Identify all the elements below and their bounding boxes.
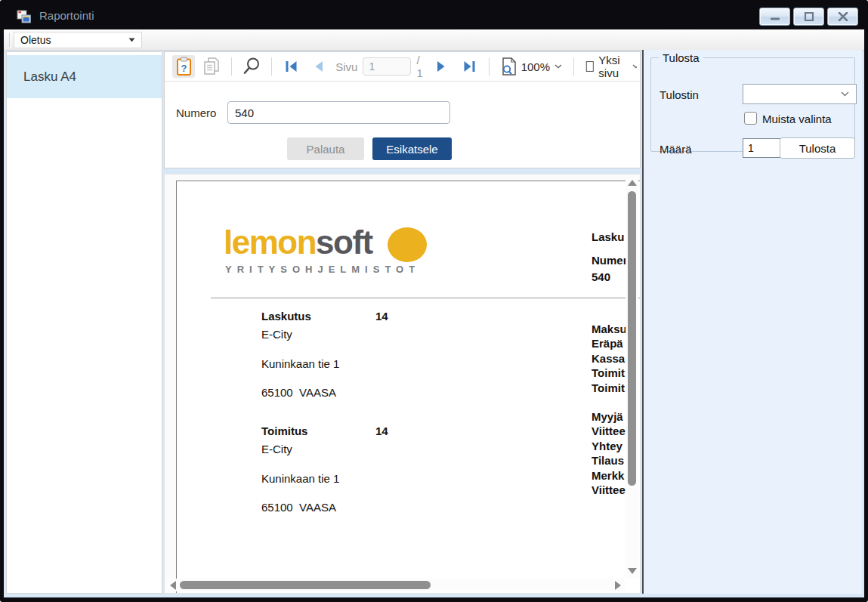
- report-preview-area: lemonsoft YRITYSOHJELMISTOT Lasku Numero…: [164, 174, 641, 594]
- logo-subtitle: YRITYSOHJELMISTOT: [225, 264, 420, 275]
- sidebar-item-lasku-a4[interactable]: Lasku A4: [7, 55, 162, 98]
- billing-name: E-City: [261, 328, 292, 341]
- magnifier-icon: [242, 57, 261, 76]
- titlebar: Raportointi: [2, 2, 866, 29]
- billing-street: Kuninkaan tie 1: [261, 357, 339, 370]
- horizontal-scroll-thumb[interactable]: [180, 581, 431, 589]
- report-parameters-panel: ?: [164, 51, 641, 168]
- report-selector-combobox[interactable]: Oletus: [14, 32, 142, 48]
- printer-combobox[interactable]: [743, 84, 857, 104]
- page-label: Sivu: [335, 60, 357, 73]
- remember-selection-label: Muista valinta: [762, 113, 832, 125]
- toolstrip: Oletus: [4, 29, 864, 51]
- minimize-icon: [770, 12, 780, 21]
- scroll-up-arrow-icon[interactable]: [628, 180, 637, 186]
- invoice-terms-labels: Maksu Eräpä Kassa Toimit Toimit: [592, 322, 627, 395]
- maximize-icon: [804, 12, 814, 21]
- chevron-down-icon: [554, 64, 562, 69]
- vertical-scroll-thumb[interactable]: [628, 191, 636, 486]
- report-page: lemonsoft YRITYSOHJELMISTOT Lasku Numero…: [176, 181, 641, 594]
- header-divider: [211, 298, 641, 298]
- previous-page-icon: [314, 60, 324, 73]
- minimize-button[interactable]: [759, 8, 790, 26]
- page-zoom-icon: [501, 57, 517, 76]
- zoom-dropdown[interactable]: 100%: [498, 57, 565, 76]
- toolstrip-grip: [9, 33, 11, 47]
- delivery-code: 14: [375, 424, 388, 437]
- delivery-street: Kuninkaan tie 1: [261, 472, 339, 485]
- first-page-button[interactable]: [280, 55, 302, 78]
- report-selector-value: Oletus: [20, 34, 51, 46]
- search-button[interactable]: [240, 55, 263, 78]
- preview-button[interactable]: Esikatsele: [372, 137, 452, 160]
- print-group-label: Tulosta: [659, 51, 703, 64]
- next-page-button[interactable]: [430, 55, 453, 78]
- print-button[interactable]: Tulosta: [780, 137, 855, 159]
- zoom-value: 100%: [521, 60, 550, 73]
- toolbar-separator: [231, 57, 232, 76]
- last-page-button[interactable]: [458, 55, 480, 78]
- app-window: Raportointi Oletus Lasku A4: [0, 0, 868, 602]
- single-page-icon: [585, 57, 595, 76]
- logo-ellipse-icon: [388, 227, 427, 262]
- sidebar-item-label: Lasku A4: [23, 69, 76, 85]
- close-button[interactable]: [827, 8, 858, 26]
- delivery-title: Toimitus: [261, 424, 307, 437]
- horizontal-scrollbar[interactable]: [166, 579, 625, 591]
- first-page-icon: [284, 60, 298, 73]
- print-panel: Tulosta Tulostin Muista valinta Määrä Tu…: [644, 50, 862, 594]
- delivery-name: E-City: [261, 443, 292, 455]
- toolbar-separator: [489, 57, 490, 76]
- invoice-number-value: 540: [592, 270, 610, 283]
- seller-reference-labels: Myyjä Viittee Yhtey Tilaus Merkk Viittee: [592, 409, 626, 497]
- combo-arrow-icon: [128, 38, 135, 42]
- page-number-input[interactable]: [363, 57, 411, 76]
- app-icon: [17, 9, 32, 24]
- report-list-sidebar: Lasku A4: [6, 51, 162, 594]
- scroll-down-arrow-icon[interactable]: [628, 568, 637, 574]
- previous-page-button[interactable]: [307, 55, 330, 78]
- next-page-icon: [436, 60, 446, 73]
- close-icon: [838, 12, 848, 21]
- toolbar-separator: [573, 57, 574, 76]
- billing-code: 14: [375, 310, 388, 323]
- reset-button[interactable]: Palauta: [287, 137, 364, 160]
- toolbar-separator: [271, 57, 272, 76]
- chevron-down-icon: [841, 91, 849, 97]
- window-title: Raportointi: [39, 9, 94, 22]
- remember-selection-checkbox[interactable]: [744, 112, 757, 125]
- billing-city: 65100 VAASA: [261, 386, 336, 399]
- vertical-scrollbar[interactable]: [626, 176, 638, 578]
- clipboard-question-icon: ?: [176, 57, 192, 76]
- print-groupbox: Tulosta Tulostin Muista valinta Määrä Tu…: [650, 57, 855, 152]
- page-layout-value: Yksi sivu: [598, 54, 627, 79]
- lemonsoft-logo: lemonsoft: [224, 224, 372, 261]
- scroll-right-arrow-icon[interactable]: [615, 581, 621, 590]
- quantity-label: Määrä: [659, 143, 692, 156]
- invoice-type-label: Lasku: [592, 230, 624, 243]
- printer-label: Tulostin: [659, 88, 699, 101]
- svg-text:?: ?: [181, 63, 187, 74]
- number-field-input[interactable]: [227, 101, 450, 124]
- delivery-city: 65100 VAASA: [261, 501, 336, 514]
- billing-title: Laskutus: [261, 310, 311, 323]
- last-page-icon: [462, 60, 477, 73]
- page-layout-dropdown[interactable]: Yksi sivu: [582, 54, 640, 79]
- document-copy-icon: [202, 57, 221, 76]
- scroll-left-arrow-icon[interactable]: [170, 581, 176, 590]
- viewer-toolbar: ?: [165, 52, 640, 82]
- page-total-label: / 1: [416, 54, 425, 79]
- number-field-label: Numero: [176, 107, 216, 119]
- export-copy-button[interactable]: [200, 55, 223, 78]
- maximize-button[interactable]: [793, 8, 824, 26]
- quantity-input[interactable]: [743, 138, 780, 158]
- chevron-down-icon: [632, 64, 637, 69]
- parameters-toggle-button[interactable]: ?: [172, 55, 195, 78]
